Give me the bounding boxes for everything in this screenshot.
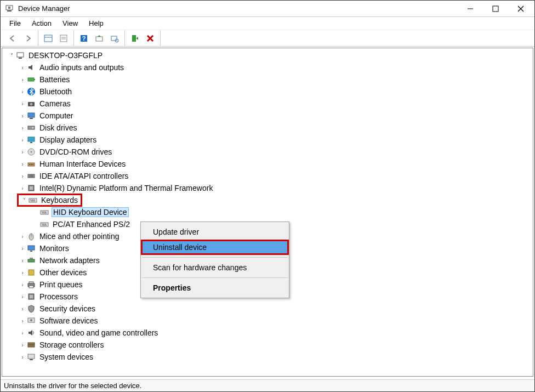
tree-item-computer[interactable]: ›Computer [8, 110, 533, 122]
collapse-icon[interactable]: ˅ [20, 197, 28, 203]
expand-icon[interactable]: › [19, 173, 26, 179]
svg-rect-7 [44, 35, 52, 42]
expand-icon[interactable]: › [19, 270, 26, 276]
tree-item-cameras[interactable]: ›Cameras [8, 98, 533, 110]
expand-icon[interactable]: › [19, 246, 26, 252]
svg-rect-23 [34, 79, 35, 80]
tree-item-batteries[interactable]: ›Batteries [8, 73, 533, 86]
expand-icon[interactable]: › [19, 125, 26, 131]
svg-rect-55 [42, 224, 43, 224]
speaker-icon [26, 328, 36, 338]
expand-icon[interactable]: › [19, 77, 26, 83]
minimize-button[interactable] [458, 1, 483, 17]
menu-action[interactable]: Action [26, 18, 57, 29]
svg-point-34 [31, 151, 32, 153]
svg-point-30 [32, 127, 34, 129]
tree-item-ide[interactable]: ›IDE ATA/ATAPI controllers [8, 170, 533, 182]
tree-item-security[interactable]: ›Security devices [8, 303, 533, 315]
menu-help[interactable]: Help [83, 18, 109, 29]
tree-item-keyboards[interactable]: ˅ Keyboards [8, 194, 533, 206]
chip-icon [26, 183, 36, 193]
expand-icon[interactable]: › [19, 149, 26, 155]
update-driver-icon[interactable] [92, 32, 106, 45]
tree-item-label: Intel(R) Dynamic Platform and Thermal Fr… [38, 184, 214, 192]
menu-file[interactable]: File [4, 18, 26, 29]
dvd-icon [26, 147, 36, 157]
svg-rect-27 [28, 113, 35, 117]
collapse-icon[interactable]: ˅ [8, 53, 15, 59]
tree-item-intel[interactable]: ›Intel(R) Dynamic Platform and Thermal F… [8, 182, 533, 194]
expand-icon[interactable]: › [19, 113, 26, 119]
svg-rect-2 [8, 7, 10, 9]
hid-icon [26, 159, 36, 169]
expand-icon[interactable]: › [19, 101, 26, 107]
svg-point-72 [30, 319, 32, 321]
menu-scan-hardware[interactable]: Scan for hardware changes [141, 260, 289, 275]
expand-icon[interactable]: › [19, 306, 26, 312]
expand-icon[interactable]: › [19, 354, 26, 360]
tree-item-label: Display adapters [38, 135, 98, 144]
expand-icon[interactable]: › [19, 282, 26, 288]
expand-icon[interactable]: › [19, 258, 26, 264]
expand-icon[interactable]: › [19, 318, 26, 324]
network-icon [26, 255, 36, 265]
svg-rect-63 [28, 259, 35, 262]
svg-rect-57 [45, 224, 46, 224]
security-icon [26, 304, 36, 314]
svg-rect-52 [45, 212, 46, 212]
tree-item-label: Bluetooth [38, 87, 73, 96]
expand-icon[interactable]: › [19, 294, 26, 300]
expand-icon[interactable]: › [19, 137, 26, 143]
tree-item-sound[interactable]: ›Sound, video and game controllers [8, 327, 533, 339]
expand-icon[interactable]: › [19, 330, 26, 336]
svg-rect-4 [493, 6, 498, 12]
menu-uninstall-device[interactable]: Uninstall device [141, 240, 289, 255]
tree-item-storage[interactable]: ›Storage controllers [8, 339, 533, 351]
menu-separator [142, 257, 288, 258]
expand-icon[interactable]: › [19, 89, 26, 95]
svg-rect-47 [33, 200, 35, 200]
tree-item-dvd[interactable]: ›DVD/CD-ROM drives [8, 146, 533, 158]
help-icon[interactable]: ? [77, 32, 91, 45]
maximize-button[interactable] [483, 1, 508, 17]
expand-icon[interactable]: › [19, 185, 26, 191]
enable-device-icon[interactable] [128, 32, 142, 45]
device-tree-pane[interactable]: ˅ DESKTOP-O3FGFLP ›Audio inputs and outp… [2, 48, 533, 377]
expand-icon[interactable]: › [19, 161, 26, 167]
tree-item-label: System devices [38, 353, 94, 361]
tree-item-label: Processors [38, 292, 79, 301]
uninstall-device-icon[interactable] [143, 32, 157, 45]
tree-item-system[interactable]: ›System devices [8, 351, 533, 363]
expand-icon[interactable]: › [19, 65, 26, 71]
tree-item-disk[interactable]: ›Disk drives [8, 122, 533, 134]
tree-item-software[interactable]: ›Software devices [8, 315, 533, 327]
expand-icon[interactable]: › [19, 234, 26, 240]
svg-rect-20 [17, 53, 24, 57]
tree-item-bluetooth[interactable]: ›Bluetooth [8, 86, 533, 98]
tree-item-hid-keyboard[interactable]: HID Keyboard Device [8, 206, 533, 218]
app-icon [5, 4, 15, 14]
close-button[interactable] [508, 1, 533, 17]
menu-properties[interactable]: Properties [141, 280, 289, 296]
show-hide-console-icon[interactable] [41, 32, 55, 45]
scan-hardware-icon[interactable] [107, 32, 122, 45]
properties-icon[interactable] [56, 32, 71, 45]
tree-root-label: DESKTOP-O3FGFLP [27, 51, 104, 60]
tree-item-display[interactable]: ›Display adapters [8, 134, 533, 146]
menu-update-driver[interactable]: Update driver [141, 224, 289, 240]
pc-icon [26, 111, 36, 121]
tree-item-label: Computer [38, 111, 74, 120]
back-button[interactable] [5, 32, 20, 45]
tree-root[interactable]: ˅ DESKTOP-O3FGFLP [8, 49, 533, 61]
tree-item-label: Cameras [38, 99, 72, 108]
menu-view[interactable]: View [57, 18, 83, 29]
tree-item-audio[interactable]: ›Audio inputs and outputs [8, 61, 533, 73]
expand-icon[interactable]: › [19, 342, 26, 348]
svg-rect-65 [29, 270, 34, 275]
svg-rect-50 [42, 212, 43, 212]
forward-button[interactable] [21, 32, 35, 45]
tree-item-label: Network adapters [38, 256, 101, 265]
tree-item-hid[interactable]: ›Human Interface Devices [8, 158, 533, 170]
audio-icon [26, 63, 36, 72]
tree-item-label: Monitors [38, 244, 70, 253]
